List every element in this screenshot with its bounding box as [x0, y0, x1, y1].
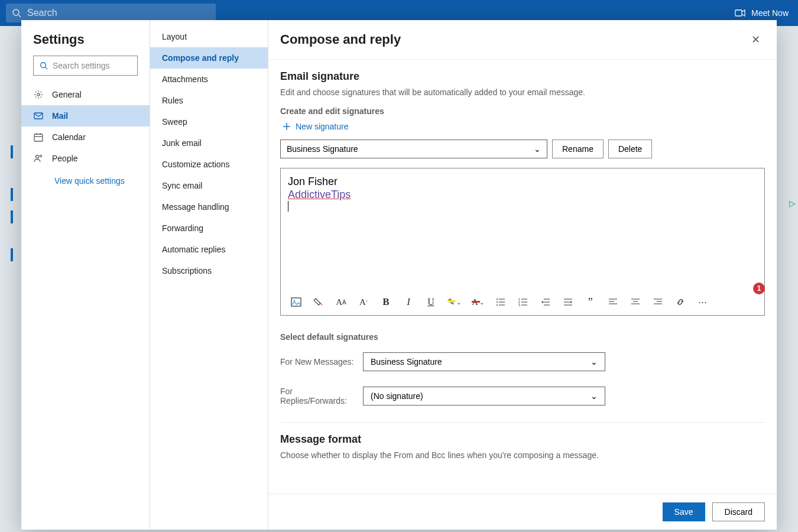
svg-point-3 — [41, 63, 46, 68]
editor-link[interactable]: AddictiveTips — [288, 189, 351, 200]
align-center-icon[interactable] — [630, 296, 641, 308]
for-replies-select[interactable]: (No signature) ⌄ — [363, 387, 605, 406]
sidebar-item-general[interactable]: General — [21, 84, 150, 105]
global-search-placeholder: Search — [27, 8, 57, 18]
settings-sidebar-primary: Settings Search settings General Mail Ca… — [21, 20, 150, 530]
settings-sidebar-secondary: Layout Compose and reply Attachments Rul… — [150, 20, 268, 530]
align-right-icon[interactable] — [652, 296, 664, 308]
for-new-select[interactable]: Business Signature ⌄ — [363, 352, 605, 371]
nav2-automatic-replies[interactable]: Automatic replies — [150, 239, 268, 260]
message-format-heading: Message format — [280, 433, 765, 446]
nav2-layout[interactable]: Layout — [150, 26, 268, 47]
insert-image-icon[interactable] — [290, 296, 302, 308]
format-painter-icon[interactable] — [313, 296, 325, 308]
outdent-icon[interactable] — [540, 296, 552, 308]
text-cursor — [288, 201, 288, 212]
bullet-list-icon[interactable] — [495, 296, 507, 308]
font-icon[interactable]: AA — [335, 296, 347, 308]
select-default-label: Select default signatures — [280, 332, 765, 342]
svg-point-11 — [36, 155, 39, 158]
settings-search[interactable]: Search settings — [33, 56, 138, 76]
view-quick-settings-link[interactable]: View quick settings — [21, 169, 150, 186]
svg-line-1 — [18, 15, 21, 17]
font-color-icon[interactable]: A⌄ — [472, 296, 484, 308]
align-left-icon[interactable] — [607, 296, 619, 308]
email-signature-desc: Edit and choose signatures that will be … — [280, 87, 765, 97]
sidebar-item-label: General — [52, 90, 82, 99]
panel-header: Compose and reply ✕ — [268, 20, 777, 60]
highlight-icon[interactable]: ✎⌄ — [447, 296, 461, 308]
meet-now-label: Meet Now — [751, 8, 789, 18]
indent-icon[interactable] — [562, 296, 574, 308]
notification-badge[interactable]: 1 — [753, 283, 765, 294]
nav2-forwarding[interactable]: Forwarding — [150, 218, 268, 239]
quote-icon[interactable]: ” — [585, 296, 596, 308]
for-replies-value: (No signature) — [371, 391, 423, 401]
email-signature-heading: Email signature — [280, 70, 765, 83]
underline-icon[interactable]: U — [425, 296, 437, 308]
settings-modal: Settings Search settings General Mail Ca… — [21, 20, 777, 530]
editor-content-area[interactable]: Jon Fisher AddictiveTips — [281, 168, 764, 289]
discard-button[interactable]: Discard — [712, 502, 765, 521]
nav2-junk-email[interactable]: Junk email — [150, 132, 268, 154]
more-icon[interactable]: ⋯ — [697, 296, 709, 308]
font-size-icon[interactable]: A° — [358, 296, 369, 308]
signature-editor[interactable]: Jon Fisher AddictiveTips AA A° B I U ✎⌄ … — [280, 168, 765, 316]
default-replies-row: For Replies/Forwards: (No signature) ⌄ — [280, 387, 765, 406]
svg-rect-2 — [735, 10, 742, 16]
nav2-compose-reply[interactable]: Compose and reply — [150, 47, 268, 69]
bg-marker — [11, 248, 13, 261]
svg-point-5 — [37, 93, 40, 96]
nav2-message-handling[interactable]: Message handling — [150, 196, 268, 218]
new-signature-button[interactable]: New signature — [283, 122, 765, 131]
close-button[interactable]: ✕ — [747, 31, 765, 48]
svg-rect-15 — [291, 298, 301, 306]
people-icon — [33, 154, 44, 163]
nav2-rules[interactable]: Rules — [150, 90, 268, 111]
settings-search-placeholder: Search settings — [53, 61, 110, 70]
new-signature-label: New signature — [296, 122, 349, 131]
svg-line-4 — [46, 67, 48, 70]
sidebar-item-label: People — [52, 154, 78, 163]
sidebar-item-calendar[interactable]: Calendar — [21, 126, 150, 148]
panel-title: Compose and reply — [280, 32, 401, 47]
signature-select[interactable]: Business Signature ⌄ — [280, 140, 547, 158]
search-icon — [12, 8, 21, 18]
section-divider — [280, 422, 765, 423]
editor-line: Jon Fisher — [288, 176, 757, 189]
link-icon[interactable] — [674, 296, 686, 308]
svg-point-16 — [294, 300, 296, 302]
save-button[interactable]: Save — [663, 502, 705, 521]
rename-button[interactable]: Rename — [552, 140, 604, 158]
calendar-icon — [33, 132, 44, 142]
panel-footer: Save Discard — [268, 494, 777, 530]
side-arrow-icon[interactable]: ▷ — [789, 199, 796, 208]
sidebar-item-label: Calendar — [52, 132, 86, 142]
delete-button[interactable]: Delete — [608, 140, 652, 158]
nav2-sweep[interactable]: Sweep — [150, 111, 268, 132]
bg-marker — [11, 210, 13, 223]
mail-icon — [33, 111, 44, 121]
sidebar-item-mail[interactable]: Mail — [21, 105, 150, 126]
svg-point-17 — [497, 299, 498, 300]
settings-title: Settings — [21, 20, 150, 56]
bg-marker — [11, 145, 13, 158]
svg-rect-7 — [34, 134, 43, 141]
nav2-attachments[interactable]: Attachments — [150, 69, 268, 90]
nav2-sync-email[interactable]: Sync email — [150, 175, 268, 196]
nav2-subscriptions[interactable]: Subscriptions — [150, 260, 268, 281]
plus-icon — [283, 122, 291, 131]
search-icon — [40, 61, 48, 70]
sidebar-item-people[interactable]: People — [21, 148, 150, 169]
signature-select-value: Business Signature — [287, 144, 358, 154]
for-replies-label: For Replies/Forwards: — [280, 387, 356, 406]
create-edit-label: Create and edit signatures — [280, 106, 765, 116]
svg-point-12 — [40, 155, 41, 157]
numbered-list-icon[interactable]: 123 — [517, 296, 529, 308]
bold-icon[interactable]: B — [380, 296, 392, 308]
italic-icon[interactable]: I — [403, 296, 414, 308]
nav2-customize-actions[interactable]: Customize actions — [150, 154, 268, 175]
sidebar-item-label: Mail — [52, 111, 68, 121]
chevron-down-icon: ⌄ — [591, 357, 598, 366]
message-format-desc: Choose whether to display the From and B… — [280, 450, 765, 460]
